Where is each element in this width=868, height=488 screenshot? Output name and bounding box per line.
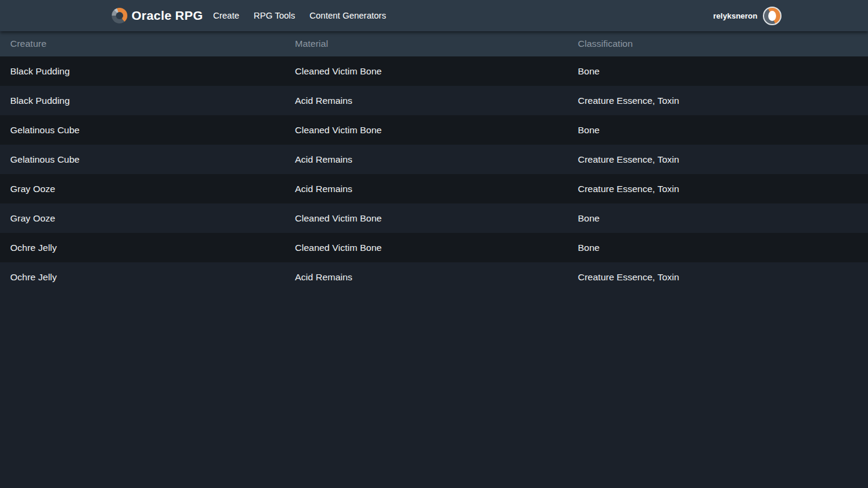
cell-material: Acid Remains	[285, 154, 568, 165]
cell-classification: Bone	[568, 242, 868, 253]
table-row: Gray Ooze Cleaned Victim Bone Bone	[0, 203, 868, 233]
table-row: Ochre Jelly Cleaned Victim Bone Bone	[0, 233, 868, 262]
cell-material: Cleaned Victim Bone	[285, 213, 568, 224]
column-header-material: Material	[285, 38, 568, 49]
cell-classification: Bone	[568, 125, 868, 136]
cell-classification: Creature Essence, Toxin	[568, 184, 868, 194]
cell-material: Cleaned Victim Bone	[285, 242, 568, 253]
cell-creature: Gelatinous Cube	[0, 154, 285, 165]
cell-creature: Ochre Jelly	[0, 272, 285, 283]
column-header-classification: Classification	[568, 38, 868, 49]
cell-creature: Ochre Jelly	[0, 242, 285, 253]
nav-left: Oracle RPG Create RPG Tools Content Gene…	[112, 8, 386, 23]
cell-creature: Gray Ooze	[0, 184, 285, 194]
cell-material: Acid Remains	[285, 272, 568, 283]
table-row: Black Pudding Acid Remains Creature Esse…	[0, 86, 868, 115]
table-header: Creature Material Classification	[0, 31, 868, 56]
table-row: Ochre Jelly Acid Remains Creature Essenc…	[0, 262, 868, 292]
cell-creature: Black Pudding	[0, 95, 285, 106]
nav-item-rpg-tools[interactable]: RPG Tools	[253, 11, 295, 20]
cell-classification: Creature Essence, Toxin	[568, 272, 868, 283]
cell-classification: Creature Essence, Toxin	[568, 95, 868, 106]
oracle-rpg-logo-icon	[112, 8, 127, 23]
nav-item-create[interactable]: Create	[213, 11, 240, 20]
table-row: Gelatinous Cube Cleaned Victim Bone Bone	[0, 115, 868, 145]
cell-classification: Bone	[568, 213, 868, 224]
cell-creature: Gelatinous Cube	[0, 125, 285, 136]
nav-item-content-generators[interactable]: Content Generators	[309, 11, 386, 20]
cell-creature: Black Pudding	[0, 66, 285, 77]
table-row: Black Pudding Cleaned Victim Bone Bone	[0, 56, 868, 86]
cell-material: Cleaned Victim Bone	[285, 125, 568, 136]
cell-material: Acid Remains	[285, 184, 568, 194]
brand-home-link[interactable]: Oracle RPG	[112, 8, 203, 23]
brand-name: Oracle RPG	[132, 8, 203, 23]
cell-creature: Gray Ooze	[0, 213, 285, 224]
table-row: Gelatinous Cube Acid Remains Creature Es…	[0, 145, 868, 174]
top-nav: Oracle RPG Create RPG Tools Content Gene…	[0, 0, 868, 31]
cell-classification: Bone	[568, 66, 868, 77]
cell-material: Acid Remains	[285, 95, 568, 106]
username: relyksneron	[713, 11, 757, 20]
creature-materials-table: Creature Material Classification Black P…	[0, 31, 868, 292]
nav-links: Create RPG Tools Content Generators	[213, 11, 386, 20]
cell-classification: Creature Essence, Toxin	[568, 154, 868, 165]
table-body: Black Pudding Cleaned Victim Bone Bone B…	[0, 56, 868, 292]
table-row: Gray Ooze Acid Remains Creature Essence,…	[0, 174, 868, 203]
user-avatar[interactable]	[763, 7, 782, 25]
cell-material: Cleaned Victim Bone	[285, 66, 568, 77]
column-header-creature: Creature	[0, 38, 285, 49]
user-menu[interactable]: relyksneron	[713, 7, 782, 25]
